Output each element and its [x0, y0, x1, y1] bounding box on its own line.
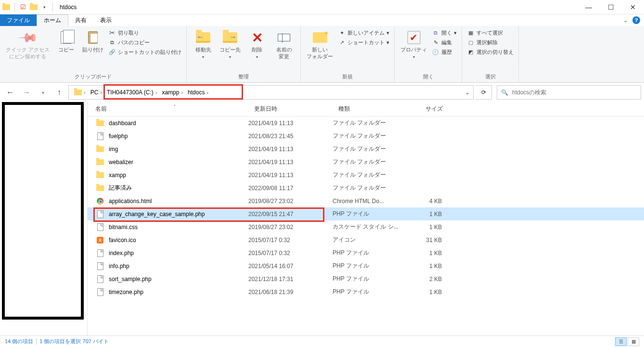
back-button[interactable]: ←: [3, 85, 17, 100]
file-type: PHP ファイル: [333, 249, 407, 257]
view-icons-button[interactable]: ▦: [628, 337, 639, 346]
paste-icon: [88, 31, 98, 44]
file-type: ファイル フォルダー: [333, 119, 407, 127]
file-list: ⌃名前 更新日時 種類 サイズ dashboard2021/04/19 11:1…: [88, 102, 644, 335]
file-name: bitnami.css: [109, 224, 248, 231]
ribbon-tabs: ファイル ホーム 共有 表示 ⌄ ?: [0, 14, 644, 26]
moveto-button[interactable]: ← 移動先▾: [190, 28, 217, 63]
help-icon[interactable]: ?: [632, 16, 640, 24]
file-row[interactable]: xampp2021/04/19 11:13ファイル フォルダー: [88, 168, 644, 181]
copyto-button[interactable]: → コピー先▾: [217, 28, 244, 63]
file-row[interactable]: sort_sample.php2021/12/18 17:31PHP ファイル2…: [88, 272, 644, 285]
copy-button[interactable]: コピー: [52, 28, 79, 55]
pasteshortcut-icon: 🔗: [108, 48, 116, 56]
breadcrumb-root-icon[interactable]: ›: [72, 86, 88, 99]
col-size[interactable]: サイズ: [405, 105, 449, 113]
file-icon: [97, 210, 103, 218]
file-name: 記事済み: [109, 184, 248, 192]
forward-button[interactable]: →: [19, 85, 34, 100]
search-icon: 🔍: [501, 89, 508, 96]
group-new-label: 新規: [304, 72, 391, 82]
maximize-button[interactable]: ☐: [600, 0, 622, 14]
file-type: PHP ファイル: [333, 288, 407, 296]
newitem-button[interactable]: ✦新しいアイテム ▾: [338, 29, 389, 37]
file-date: 2021/08/23 21:45: [248, 133, 333, 140]
file-row[interactable]: info.php2021/05/14 16:07PHP ファイル1 KB: [88, 259, 644, 272]
file-date: 2021/04/19 11:13: [248, 120, 333, 127]
file-row[interactable]: img2021/04/19 11:13ファイル フォルダー: [88, 142, 644, 155]
navigation-bar: ← → ▾ ↑ › PC› TIH0447300A (C:)› xampp› h…: [0, 83, 644, 102]
invertselect-button[interactable]: ◩選択の切り替え: [467, 48, 514, 56]
open-icon: ⧉: [432, 29, 439, 37]
file-row[interactable]: dashboard2021/04/19 11:13ファイル フォルダー: [88, 116, 644, 129]
pin-to-quickaccess-button[interactable]: 📌 クイック アクセス にピン留めする: [3, 28, 52, 62]
qat-properties-icon[interactable]: ☑: [19, 2, 27, 13]
view-details-button[interactable]: ☰: [615, 337, 627, 346]
search-input[interactable]: [512, 89, 637, 96]
group-clipboard-label: クリップボード: [3, 72, 183, 82]
file-size: 1 KB: [407, 289, 442, 296]
column-headers: ⌃名前 更新日時 種類 サイズ: [88, 102, 644, 116]
tab-file[interactable]: ファイル: [0, 14, 37, 26]
tab-home[interactable]: ホーム: [37, 14, 68, 26]
selectall-button[interactable]: ▦すべて選択: [467, 29, 514, 37]
qat-folder2-icon[interactable]: [29, 2, 38, 13]
file-row[interactable]: 記事済み2022/09/08 11:17ファイル フォルダー: [88, 181, 644, 194]
breadcrumb-drive[interactable]: TIH0447300A (C:)›: [104, 86, 159, 99]
refresh-button[interactable]: ⟳: [476, 85, 492, 100]
edit-button[interactable]: ✎編集: [432, 39, 457, 46]
paste-shortcut-button[interactable]: 🔗ショートカットの貼り付け: [108, 48, 181, 56]
paste-button[interactable]: 貼り付け: [79, 28, 106, 55]
tab-share[interactable]: 共有: [68, 14, 93, 26]
tab-view[interactable]: 表示: [93, 14, 118, 26]
file-row[interactable]: webalizer2021/04/19 11:13ファイル フォルダー: [88, 155, 644, 168]
close-button[interactable]: ✕: [622, 0, 644, 14]
xampp-icon: X: [97, 237, 103, 244]
navigation-pane[interactable]: ⌃: [0, 102, 88, 335]
cut-button[interactable]: ✂切り取り: [108, 29, 181, 37]
breadcrumb-htdocs[interactable]: htdocs›: [185, 86, 211, 99]
file-row[interactable]: index.php2015/07/17 0:32PHP ファイル1 KB: [88, 246, 644, 259]
file-row[interactable]: applications.html2019/08/27 23:02Chrome …: [88, 194, 644, 207]
file-size: 1 KB: [407, 224, 442, 231]
minimize-button[interactable]: —: [578, 0, 600, 14]
file-icon: [97, 288, 103, 296]
address-dropdown-icon[interactable]: ⌄: [462, 89, 473, 96]
file-row[interactable]: timezone.php2021/06/18 21:39PHP ファイル1 KB: [88, 285, 644, 298]
rename-button[interactable]: 名前の 変更: [270, 28, 297, 62]
collapse-ribbon-icon[interactable]: ⌄: [623, 17, 628, 24]
up-button[interactable]: ↑: [52, 85, 66, 100]
search-box[interactable]: 🔍: [497, 85, 641, 100]
file-row[interactable]: array_change_key_case_sample.php2022/09/…: [88, 207, 644, 220]
newfolder-button[interactable]: 新しい フォルダー: [304, 28, 336, 62]
group-organize-label: 整理: [190, 72, 297, 82]
nav-scroll-up-icon[interactable]: ⌃: [82, 102, 86, 107]
file-row[interactable]: fuelphp2021/08/23 21:45ファイル フォルダー: [88, 129, 644, 142]
open-button[interactable]: ⧉開く ▾: [432, 29, 457, 37]
folder-icon: [96, 185, 104, 191]
newshortcut-button[interactable]: ↗ショートカット ▾: [338, 39, 389, 46]
file-date: 2021/04/19 11:13: [248, 146, 333, 153]
selectnone-button[interactable]: ▢選択解除: [467, 39, 514, 46]
col-type[interactable]: 種類: [331, 105, 405, 113]
delete-button[interactable]: ✕ 削除▾: [244, 28, 270, 63]
breadcrumb-pc[interactable]: PC›: [88, 86, 104, 99]
file-type: カスケード スタイル シ...: [333, 223, 407, 231]
file-row[interactable]: Xfavicon.ico2015/07/17 0:32アイコン31 KB: [88, 233, 644, 246]
breadcrumb-xampp[interactable]: xampp›: [159, 86, 185, 99]
properties-button[interactable]: ✔ プロパティ▾: [398, 28, 430, 63]
qat-customize-icon[interactable]: ▾: [40, 2, 49, 13]
col-date[interactable]: 更新日時: [246, 105, 331, 113]
col-name[interactable]: ⌃名前: [88, 105, 246, 113]
address-bar[interactable]: › PC› TIH0447300A (C:)› xampp› htdocs› ⌄: [68, 85, 474, 100]
copy-path-button[interactable]: ⧉パスのコピー: [108, 39, 181, 46]
file-type: PHP ファイル: [333, 262, 407, 270]
file-row[interactable]: bitnami.css2019/08/27 23:02カスケード スタイル シ.…: [88, 220, 644, 233]
file-name: timezone.php: [109, 289, 248, 296]
file-name: array_change_key_case_sample.php: [109, 211, 248, 218]
history-button[interactable]: 🕘履歴: [432, 48, 457, 56]
file-name: dashboard: [109, 120, 248, 127]
recent-button[interactable]: ▾: [36, 85, 50, 100]
file-size: 2 KB: [407, 276, 442, 283]
file-type: ファイル フォルダー: [333, 145, 407, 153]
